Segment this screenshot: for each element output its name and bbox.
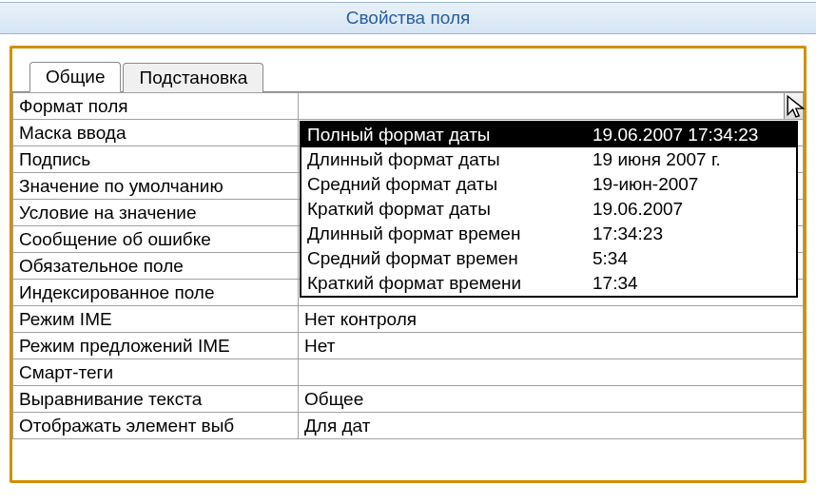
chevron-down-icon [789, 104, 799, 109]
dropdown-option-name: Длинный формат времен [307, 223, 593, 244]
property-label: Обязательное поле [13, 253, 299, 280]
tab-general-label: Общие [46, 67, 105, 87]
property-row: Режим предложений IMEНет [13, 333, 804, 359]
property-label: Значение по умолчанию [13, 173, 299, 200]
dropdown-option[interactable]: Средний формат времен5:34 [301, 246, 796, 271]
dropdown-option-example: 19.06.2007 [593, 199, 790, 220]
dropdown-option[interactable]: Краткий формат времени17:34 [301, 271, 796, 296]
property-value: Нет [304, 336, 335, 356]
property-label: Условие на значение [13, 200, 299, 226]
property-row: Режим IMEНет контроля [13, 306, 804, 333]
dropdown-option-example: 5:34 [593, 248, 790, 269]
tab-lookup-label: Подстановка [139, 68, 247, 87]
property-value-cell[interactable] [299, 93, 804, 120]
property-label: Отображать элемент выб [13, 413, 299, 439]
dropdown-button[interactable] [784, 93, 803, 119]
property-row: Выравнивание текстаОбщее [13, 386, 804, 413]
property-value: Общее [304, 389, 363, 409]
property-value: Нет контроля [304, 309, 417, 329]
property-value-cell[interactable] [299, 359, 804, 386]
property-value: Для дат [304, 416, 370, 436]
tab-general[interactable]: Общие [29, 62, 121, 92]
dropdown-option-name: Длинный формат даты [307, 149, 593, 170]
property-value-cell[interactable]: Общее [299, 386, 804, 413]
property-row: Формат поля [13, 93, 804, 120]
tab-strip: Общие Подстановка [12, 48, 804, 92]
property-label: Маска ввода [13, 120, 299, 146]
property-label: Выравнивание текста [13, 386, 299, 413]
dropdown-option[interactable]: Средний формат даты19-июн-2007 [301, 172, 796, 197]
property-value-cell[interactable]: Нет контроля [299, 306, 804, 333]
property-value-cell[interactable]: Для дат [299, 413, 804, 439]
dropdown-option[interactable]: Длинный формат времен17:34:23 [301, 222, 796, 246]
dropdown-option-name: Средний формат даты [307, 174, 593, 195]
dropdown-option-name: Средний формат времен [307, 248, 593, 269]
dropdown-option[interactable]: Краткий формат даты19.06.2007 [301, 197, 796, 222]
dropdown-option-example: 19.06.2007 17:34:23 [593, 125, 790, 145]
dropdown-option-example: 19 июня 2007 г. [593, 149, 790, 170]
property-label: Режим IME [13, 306, 299, 333]
property-row: Отображать элемент выбДля дат [13, 413, 804, 439]
section-header: Свойства поля [0, 2, 816, 34]
property-label: Формат поля [13, 93, 299, 120]
property-label: Режим предложений IME [13, 333, 299, 359]
dropdown-option-name: Полный формат даты [307, 125, 593, 145]
tab-lookup[interactable]: Подстановка [123, 63, 263, 92]
property-row: Смарт-теги [13, 359, 804, 386]
dropdown-option-name: Краткий формат времени [307, 273, 593, 294]
section-header-title: Свойства поля [346, 8, 471, 29]
dropdown-option[interactable]: Длинный формат даты19 июня 2007 г. [301, 147, 796, 172]
dropdown-option-example: 17:34 [593, 273, 790, 294]
dropdown-option-name: Краткий формат даты [307, 199, 593, 220]
property-label: Смарт-теги [13, 359, 299, 386]
format-dropdown-list[interactable]: Полный формат даты19.06.2007 17:34:23Дли… [300, 121, 798, 298]
property-label: Подпись [13, 146, 299, 173]
property-label: Сообщение об ошибке [13, 226, 299, 253]
dropdown-option-example: 19-июн-2007 [593, 174, 790, 195]
properties-panel: Общие Подстановка Формат поляМаска ввода… [10, 46, 806, 483]
dropdown-option[interactable]: Полный формат даты19.06.2007 17:34:23 [301, 123, 796, 147]
property-label: Индексированное поле [13, 280, 299, 306]
property-value-cell[interactable]: Нет [299, 333, 804, 359]
dropdown-option-example: 17:34:23 [593, 223, 790, 244]
